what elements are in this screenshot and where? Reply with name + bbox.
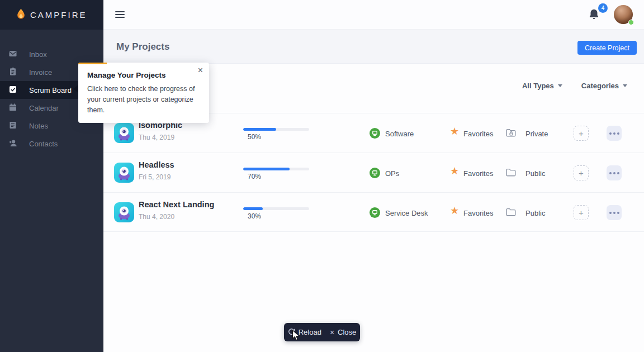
folder-icon [506,208,516,218]
visibility-label: Public [525,169,545,178]
categories-label: Categories [581,82,619,90]
project-row[interactable]: Headless Fri 5, 2019 70% OPs ★ Favorites… [103,153,644,192]
category-label: Service Desk [385,209,428,217]
close-icon: × [330,328,334,337]
mouse-cursor [292,330,300,344]
progress-bar: 30% [243,207,309,220]
sidebar-item-label: Calendar [29,104,59,112]
notification-badge: 4 [598,3,608,13]
project-list: Isomorphic Thu 4, 2019 50% Software ★ Fa… [103,113,644,232]
star-icon[interactable]: ★ [450,206,459,216]
add-button[interactable]: + [574,205,589,220]
more-options-button[interactable] [607,205,622,220]
visibility-label: Private [525,130,548,138]
brand-logo[interactable]: CAMPFIRE [0,0,103,30]
bell-icon [589,8,599,20]
project-mascot-icon [114,163,134,183]
flame-icon [17,9,25,21]
progress-label: 70% [243,173,309,180]
create-project-button[interactable]: Create Project [577,41,637,55]
category-icon [370,207,380,220]
private-folder-icon [506,129,516,139]
notifications-button[interactable]: 4 [589,3,605,26]
contacts-icon [8,139,17,149]
project-date: Thu 4, 2019 [139,134,174,141]
app-window: CAMPFIRE Inbox Invoice Scrum Board Calen… [0,0,644,352]
all-types-label: All Types [522,82,554,90]
categories-dropdown[interactable]: Categories [581,82,627,90]
sidebar-item-inbox[interactable]: Inbox [0,45,103,63]
close-tour-button[interactable]: × Close [330,328,356,337]
project-mascot-icon [114,123,134,143]
star-icon[interactable]: ★ [450,166,459,176]
inbox-icon [8,49,17,60]
tour-progress-bar [78,63,107,64]
favorites-label: Favorites [463,209,493,217]
scrum-board-icon [8,85,17,96]
project-mascot-icon [114,202,134,222]
project-name[interactable]: Headless [139,160,174,169]
chevron-down-icon [623,84,627,87]
page-title: My Projects [116,41,169,53]
all-types-dropdown[interactable]: All Types [522,82,562,90]
star-icon[interactable]: ★ [450,126,459,136]
online-status-dot [628,20,634,25]
category-label: OPs [385,169,399,178]
sidebar-item-label: Inbox [29,50,47,59]
brand-name: CAMPFIRE [30,10,87,20]
more-options-button[interactable] [607,126,622,141]
close-label: Close [338,328,356,336]
tour-tooltip: × Manage Your Projects Click here to che… [78,63,209,123]
add-button[interactable]: + [574,165,589,180]
sidebar-item-label: Notes [29,122,48,130]
visibility-label: Public [525,209,545,217]
progress-label: 30% [243,212,309,220]
close-icon[interactable]: × [198,66,203,75]
tooltip-title: Manage Your Projects [87,71,200,79]
progress-bar: 50% [243,128,309,141]
filters: All Types Categories [522,82,627,90]
category-icon [370,128,380,141]
project-row[interactable]: React Next Landing Thu 4, 2020 30% Servi… [103,192,644,232]
favorites-label: Favorites [463,130,493,138]
project-name[interactable]: React Next Landing [139,200,214,209]
more-options-button[interactable] [607,165,622,180]
sidebar-item-label: Invoice [29,68,52,77]
progress-label: 50% [243,133,309,141]
progress-bar: 70% [243,168,309,180]
tooltip-arrow [73,85,78,93]
invoice-icon [8,67,17,78]
topbar: 4 [103,0,644,30]
tooltip-body: Click here to check the progress of your… [87,84,198,115]
notes-icon [8,121,17,131]
reload-label: Reload [299,328,321,336]
project-date: Thu 4, 2020 [139,213,174,221]
project-date: Fri 5, 2019 [139,173,171,181]
sidebar-item-label: Contacts [29,140,58,148]
chevron-down-icon [558,84,562,87]
category-label: Software [385,130,414,138]
sidebar-item-label: Scrum Board [29,86,72,94]
add-button[interactable]: + [574,126,589,141]
sidebar-item-contacts[interactable]: Contacts [0,135,103,153]
category-icon [370,168,380,180]
menu-toggle-icon[interactable] [115,11,125,20]
folder-icon [506,168,516,179]
page-header: My Projects Create Project [103,30,644,64]
favorites-label: Favorites [463,169,493,178]
calendar-icon [8,103,17,113]
sidebar: CAMPFIRE Inbox Invoice Scrum Board Calen… [0,0,103,352]
